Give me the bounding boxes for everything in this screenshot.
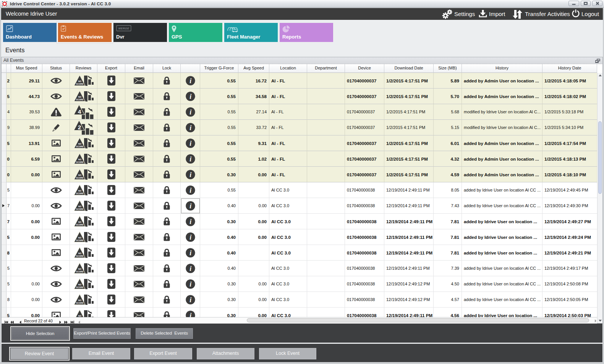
svg-text:i: i — [189, 218, 191, 225]
svg-text:SCORE: SCORE — [76, 208, 84, 210]
svg-text:NO: NO — [78, 143, 81, 145]
svg-text:i: i — [189, 140, 191, 147]
svg-text:SCORE: SCORE — [76, 286, 84, 288]
svg-text:NO: NO — [78, 252, 81, 254]
svg-text:NO: NO — [78, 283, 81, 286]
svg-text:SCORE: SCORE — [76, 270, 84, 272]
svg-text:SCORE: SCORE — [76, 98, 84, 100]
svg-text:SCORE: SCORE — [76, 223, 84, 225]
svg-text:i: i — [189, 312, 191, 317]
svg-text:NO: NO — [78, 268, 81, 270]
svg-text:i: i — [189, 155, 191, 163]
svg-text:NO: NO — [78, 205, 81, 208]
svg-text:SCORE: SCORE — [76, 254, 84, 257]
svg-text:i: i — [189, 108, 191, 116]
svg-text:SCORE: SCORE — [76, 145, 84, 147]
svg-text:NO: NO — [78, 221, 81, 223]
svg-text:i: i — [189, 265, 191, 272]
svg-text:i: i — [189, 296, 191, 304]
svg-text:NO: NO — [78, 237, 81, 239]
svg-text:i: i — [189, 202, 191, 210]
svg-text:SCORE: SCORE — [76, 301, 84, 304]
svg-text:i: i — [189, 93, 191, 100]
svg-text:SCORE: SCORE — [76, 82, 84, 85]
svg-text:SCORE: SCORE — [76, 239, 84, 241]
svg-text:2: 2 — [78, 124, 81, 130]
svg-text:4: 4 — [78, 108, 81, 115]
svg-text:NO: NO — [78, 158, 81, 161]
svg-text:NO: NO — [78, 299, 81, 301]
svg-text:NO: NO — [78, 80, 81, 82]
svg-text:NO: NO — [78, 96, 81, 98]
svg-text:i: i — [189, 234, 191, 241]
svg-text:i: i — [189, 187, 191, 194]
svg-text:NO: NO — [78, 190, 81, 192]
svg-text:i: i — [189, 124, 191, 132]
svg-text:i: i — [189, 249, 191, 257]
svg-text:SCORE: SCORE — [76, 161, 84, 163]
svg-text:SCORE: SCORE — [76, 192, 84, 194]
svg-text:i: i — [189, 77, 191, 85]
svg-text:MERGE: MERGE — [118, 27, 129, 30]
svg-text:i: i — [189, 171, 191, 179]
svg-text:NO: NO — [78, 174, 81, 176]
svg-text:NO: NO — [78, 315, 81, 317]
svg-text:SCORE: SCORE — [76, 176, 84, 179]
svg-text:i: i — [189, 280, 191, 288]
